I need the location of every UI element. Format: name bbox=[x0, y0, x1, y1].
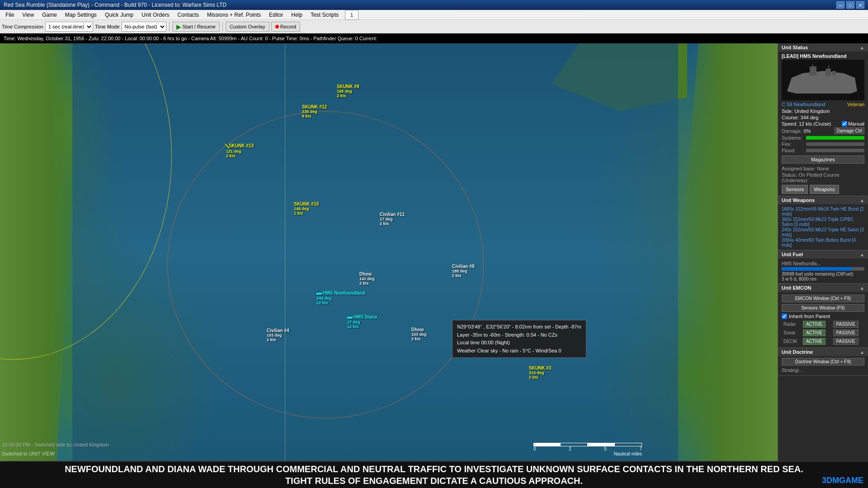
unit-skunk12-name: SKUNK #12 bbox=[302, 104, 327, 109]
script-number-input[interactable] bbox=[345, 10, 359, 20]
unit-dhow2-name: Dhow bbox=[411, 327, 427, 332]
bottom-ticker: NEWFOUNDLAND AND DIANA WADE THROUGH COMM… bbox=[0, 461, 868, 488]
unit-dhow1[interactable]: Dhow 141 deg2 kts bbox=[359, 272, 375, 286]
action-buttons-row: Sensors Weapons bbox=[782, 185, 864, 194]
inherit-label: Inherit from Parent bbox=[789, 314, 830, 319]
manual-label: Manual bbox=[848, 121, 864, 127]
unit-civilian8[interactable]: Civilian #8 188 deg2 kts bbox=[452, 264, 474, 278]
sensors-window-button[interactable]: Sensors Window (F9) bbox=[782, 304, 864, 312]
unit-skunk3[interactable]: SKUNK #3 314 deg2 kts bbox=[529, 366, 551, 380]
sonar-label: Sonar bbox=[782, 328, 801, 337]
menu-game[interactable]: Game bbox=[38, 11, 61, 19]
unit-status-collapse[interactable]: ▲ bbox=[860, 45, 864, 50]
unit-doctrine-collapse[interactable]: ▲ bbox=[860, 350, 864, 355]
menu-test-scripts[interactable]: Test Scripts bbox=[307, 11, 342, 19]
decm-active-button[interactable]: ACTIVE bbox=[803, 338, 826, 345]
menu-map-settings[interactable]: Map Settings bbox=[61, 11, 100, 19]
unit-civilian11[interactable]: Civilian #11 17 deg2 kts bbox=[380, 212, 405, 226]
unit-emcon-section: Unit EMCON ▲ EMCON Window (Ctrl + F9) Se… bbox=[778, 284, 868, 348]
unit-hms-newfoundland[interactable]: ▬ HMS Newfoundland 344 deg12 kts bbox=[316, 290, 365, 305]
weapons-button[interactable]: Weapons bbox=[810, 185, 839, 194]
maximize-button[interactable]: □ bbox=[846, 1, 854, 9]
unit-skunk10[interactable]: SKUNK #10 148 deg1 kts bbox=[294, 202, 319, 216]
unit-emcon-header[interactable]: Unit EMCON ▲ bbox=[778, 284, 868, 292]
unit-weapons-collapse[interactable]: ▲ bbox=[860, 198, 864, 203]
magazines-button[interactable]: Magazines bbox=[782, 155, 864, 164]
menu-missions-ref-points[interactable]: Missions + Ref. Points bbox=[203, 11, 264, 19]
weapon-link-4[interactable]: 2094x 40mm/60 Twin Bofors Burst [4 rnds] bbox=[782, 238, 864, 248]
unit-newfoundland-name: HMS Newfoundland bbox=[323, 291, 365, 296]
radar-passive-button[interactable]: PASSIVE bbox=[833, 321, 859, 328]
time-mode-select[interactable]: No-pulse (fast) bbox=[122, 22, 166, 32]
emcon-window-button[interactable]: EMCON Window (Ctrl + F9) bbox=[782, 295, 864, 302]
unit-skunk9[interactable]: SKUNK #9 168 deg2 kts bbox=[337, 84, 359, 98]
unit-course-value: Course: 344 deg bbox=[782, 115, 818, 120]
sonar-passive-button[interactable]: PASSIVE bbox=[833, 329, 859, 336]
weapon-link-1[interactable]: 1680x 102mm/45 Mk16 Twin HE Burst [2 rnd… bbox=[782, 206, 864, 216]
doctrine-window-button[interactable]: Doctrine Window (Ctrl + F9) bbox=[782, 358, 864, 366]
record-button[interactable]: Record bbox=[271, 22, 300, 32]
inherit-row: Inherit from Parent bbox=[782, 314, 864, 319]
damage-ctrl-button[interactable]: Damage Ctrl bbox=[835, 127, 864, 134]
weapon-link-3[interactable]: 240x 152mm/50 Mk23 Triple HE Salvo [3 rn… bbox=[782, 227, 864, 237]
veteran-badge: Veteran bbox=[847, 102, 864, 107]
unit-doctrine-header[interactable]: Unit Doctrine ▲ bbox=[778, 348, 868, 356]
scale-tick-2 bbox=[561, 443, 588, 446]
unit-skunk12[interactable]: SKUNK #12 338 deg8 kts bbox=[302, 104, 327, 118]
unit-civilian4-name: Civilian #4 bbox=[267, 328, 289, 333]
map-area[interactable]: SKUNK #9 168 deg2 kts SKUNK #12 338 deg8… bbox=[0, 43, 778, 461]
unit-fuel-collapse[interactable]: ▲ bbox=[860, 252, 864, 257]
toolbar: Time Compression 1 sec (real-time) Time … bbox=[0, 20, 868, 33]
unit-skunk3-name: SKUNK #3 bbox=[529, 366, 551, 371]
menu-quick-jump[interactable]: Quick Jump bbox=[101, 11, 137, 19]
unit-civilian4[interactable]: Civilian #4 103 deg2 kts bbox=[267, 328, 289, 342]
unit-dhow2[interactable]: Dhow 153 deg2 kts bbox=[411, 327, 427, 341]
unit-status-content: [LEAD] HMS Newfoundland C 59 Newfoundla bbox=[778, 52, 868, 194]
custom-overlay-button[interactable]: Custom Overlay bbox=[226, 22, 269, 32]
inherit-checkbox[interactable] bbox=[782, 314, 787, 319]
unit-status-status: Status: On Plotted Course (Underway) bbox=[782, 172, 864, 183]
manual-check: Manual bbox=[842, 121, 864, 127]
decm-label: DECM bbox=[782, 337, 801, 346]
fuel-bar bbox=[782, 267, 864, 271]
unit-hms-diana[interactable]: ▬ HMS Diana 17 deg12 kts bbox=[347, 314, 377, 329]
unit-skunk13[interactable]: | SKUNK #13 131 deg2 kts bbox=[226, 142, 254, 158]
manual-checkbox[interactable] bbox=[842, 121, 847, 127]
unit-status-header[interactable]: Unit Status ▲ bbox=[778, 43, 868, 52]
decm-passive-button[interactable]: PASSIVE bbox=[833, 338, 859, 345]
damage-label: Damage: bbox=[782, 128, 802, 134]
app-title: Red Sea Rumble (Standalone Play) - Comma… bbox=[4, 2, 226, 8]
unit-fuel-header[interactable]: Unit Fuel ▲ bbox=[778, 250, 868, 258]
sonar-active-button[interactable]: ACTIVE bbox=[803, 329, 826, 336]
unit-side-row: Side: United Kingdom bbox=[782, 108, 864, 114]
systems-bar-bg bbox=[806, 136, 864, 140]
radar-active-button[interactable]: ACTIVE bbox=[803, 321, 826, 328]
close-button[interactable]: ✕ bbox=[856, 1, 864, 9]
title-bar: Red Sea Rumble (Standalone Play) - Comma… bbox=[0, 0, 868, 10]
status-text: Time: Wednesday, October 31, 1956 - Zulu… bbox=[4, 36, 377, 41]
unit-weapons-header[interactable]: Unit Weapons ▲ bbox=[778, 196, 868, 204]
ticker-text: NEWFOUNDLAND AND DIANA WADE THROUGH COMM… bbox=[65, 463, 803, 487]
menu-unit-orders[interactable]: Unit Orders bbox=[138, 11, 173, 19]
minimize-button[interactable]: — bbox=[836, 1, 844, 9]
sensors-button[interactable]: Sensors bbox=[782, 185, 808, 194]
radar-row: Radar ACTIVE PASSIVE bbox=[782, 320, 864, 328]
menu-view[interactable]: View bbox=[19, 11, 38, 19]
sonar-passive-cell: PASSIVE bbox=[831, 328, 864, 337]
unit-skunk13-sub: 131 deg2 kts bbox=[226, 149, 254, 158]
unit-name-link[interactable]: C 59 Newfoundland bbox=[782, 102, 826, 107]
menu-file[interactable]: File bbox=[2, 11, 18, 19]
fire-label: Fire: bbox=[782, 141, 804, 147]
map-switch-log: 10:00:00 PM - Switched side to: United K… bbox=[2, 442, 109, 447]
time-compression-select[interactable]: 1 sec (real-time) bbox=[45, 22, 93, 32]
weapon-link-2[interactable]: 360x 152mm/50 Mk23 Triple C/PBC Salvo [3… bbox=[782, 217, 864, 227]
start-resume-button[interactable]: ▶ Start / Resume bbox=[172, 22, 220, 32]
svg-rect-1 bbox=[810, 66, 816, 75]
fuel-unit-name: HMS Newfoundla... bbox=[782, 261, 864, 266]
menu-editor[interactable]: Editor bbox=[265, 11, 287, 19]
unit-status-section: Unit Status ▲ [LEAD] HMS Newfoundland bbox=[778, 43, 868, 196]
separator-1 bbox=[169, 22, 170, 32]
unit-emcon-collapse[interactable]: ▲ bbox=[860, 286, 864, 291]
menu-contacts[interactable]: Contacts bbox=[174, 11, 203, 19]
menu-help[interactable]: Help bbox=[288, 11, 306, 19]
